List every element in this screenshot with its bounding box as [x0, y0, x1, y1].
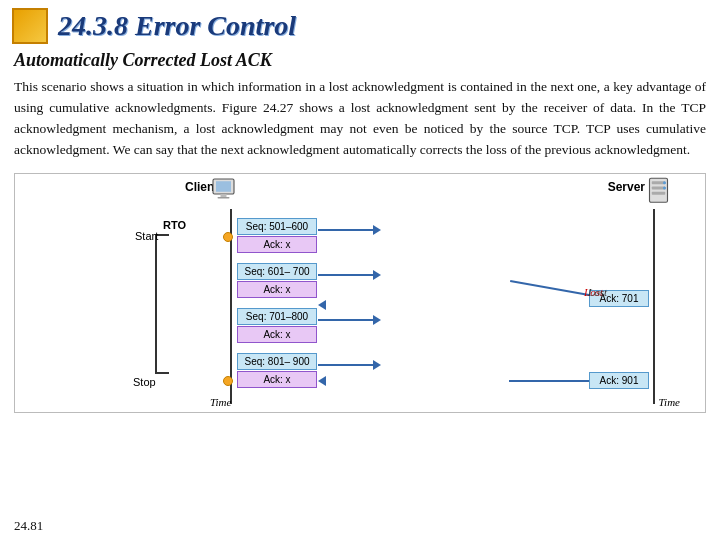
time-label-left: Time: [210, 396, 231, 408]
ack-box-1: Ack: x: [237, 236, 317, 253]
start-label: Start: [135, 230, 158, 242]
header-icon: [12, 8, 48, 44]
server-computer-icon: [645, 176, 675, 210]
arrow-head-right-3: [373, 315, 381, 325]
ack-box-3: Ack: x: [237, 326, 317, 343]
arrow-right-2: [318, 274, 378, 276]
seq-box-4: Seq: 801– 900: [237, 353, 317, 370]
page-title: 24.3.8 Error Control: [58, 10, 296, 42]
seq-box-2: Seq: 601– 700: [237, 263, 317, 280]
svg-point-9: [663, 186, 666, 189]
svg-rect-7: [652, 191, 666, 194]
arrow-head-right-1: [373, 225, 381, 235]
page-number: 24.81: [14, 518, 43, 534]
header: 24.3.8 Error Control: [0, 0, 720, 48]
arrow-head-right-2: [373, 270, 381, 280]
ack-901-box: Ack: 901: [589, 372, 649, 389]
diagram-area: Client Server R: [14, 173, 706, 413]
client-computer-icon: [210, 176, 240, 210]
body-text: This scenario shows a situation in which…: [0, 75, 720, 167]
arrow-head-right-4: [373, 360, 381, 370]
seq-box-3: Seq: 701–800: [237, 308, 317, 325]
ack-box-2: Ack: x: [237, 281, 317, 298]
arrow-right-4: [318, 364, 378, 366]
svg-rect-2: [221, 194, 227, 197]
arrow-left-901: [509, 380, 589, 382]
server-timeline: [653, 209, 655, 404]
subtitle: Automatically Corrected Lost ACK: [0, 48, 720, 75]
lost-label-text: Lost: [588, 286, 607, 298]
diagram-inner: Client Server R: [15, 174, 705, 412]
rto-label: RTO: [163, 219, 186, 231]
svg-rect-3: [218, 197, 230, 199]
arrow-head-left-901: [318, 376, 326, 386]
arrow-right-1: [318, 229, 378, 231]
arrow-head-left-lost: [318, 300, 326, 310]
svg-rect-1: [216, 181, 231, 192]
arrow-left-lost: [510, 280, 589, 296]
ack-box-4: Ack: x: [237, 371, 317, 388]
start-dot: [223, 232, 233, 242]
seq-box-1: Seq: 501–600: [237, 218, 317, 235]
rto-brace: [155, 234, 169, 374]
server-label: Server: [608, 180, 645, 194]
stop-dot: [223, 376, 233, 386]
time-label-right: Time: [659, 396, 680, 408]
svg-point-8: [663, 181, 666, 184]
stop-label: Stop: [133, 376, 156, 388]
arrow-right-3: [318, 319, 378, 321]
